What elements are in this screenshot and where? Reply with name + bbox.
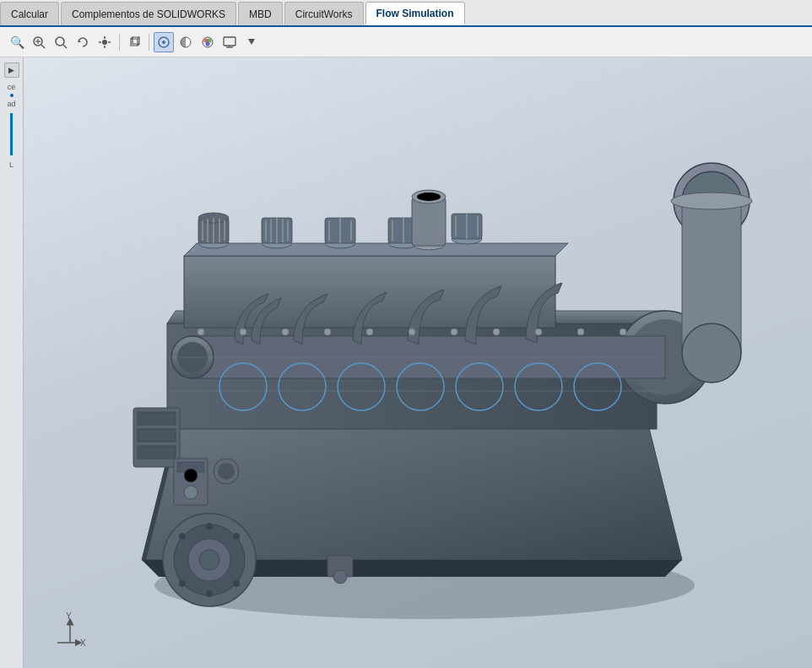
svg-point-103 (184, 469, 198, 482)
svg-point-119 (620, 329, 626, 335)
svg-point-86 (417, 193, 441, 201)
tab-complementos[interactable]: Complementos de SOLIDWORKS (61, 2, 236, 25)
svg-rect-90 (138, 446, 176, 459)
tab-circuitworks[interactable]: CircuitWorks (284, 2, 364, 25)
svg-marker-27 (248, 39, 255, 45)
svg-point-117 (535, 329, 542, 335)
dropdown-arrow-icon[interactable] (241, 32, 262, 52)
toolbar-separator-2 (149, 34, 149, 51)
svg-point-98 (206, 590, 213, 597)
svg-rect-88 (138, 412, 176, 425)
svg-point-108 (333, 570, 347, 584)
svg-point-116 (493, 329, 500, 335)
svg-point-94 (199, 550, 219, 570)
svg-point-7 (102, 40, 107, 45)
svg-rect-84 (412, 197, 446, 246)
svg-text:X: X (80, 638, 86, 648)
svg-point-106 (218, 463, 235, 480)
svg-point-118 (577, 329, 584, 335)
toolbar-separator-1 (119, 34, 120, 51)
view-cube-icon[interactable] (124, 32, 144, 52)
svg-point-104 (184, 486, 198, 499)
search-icon[interactable]: 🔍 (7, 32, 27, 52)
main-area: ▶ ce ad L (0, 57, 812, 668)
svg-point-95 (206, 523, 213, 530)
tab-calcular[interactable]: Calcular (0, 2, 59, 25)
tab-flow-simulation[interactable]: Flow Simulation (365, 2, 465, 25)
shading-mode-icon[interactable] (176, 32, 196, 52)
left-panel-indicator (10, 113, 13, 155)
svg-rect-89 (138, 429, 176, 442)
left-panel-mark-1 (10, 94, 14, 97)
svg-point-113 (366, 329, 373, 335)
display-settings-icon[interactable] (219, 32, 240, 52)
render-colors-icon[interactable] (198, 32, 218, 52)
svg-point-81 (682, 323, 741, 383)
svg-point-100 (179, 533, 186, 540)
zoom-rotate-icon[interactable] (73, 32, 93, 52)
svg-point-114 (409, 329, 415, 335)
tab-mbd[interactable]: MBD (238, 2, 283, 25)
svg-point-23 (206, 41, 210, 46)
left-panel-button-top[interactable]: ▶ (4, 62, 19, 78)
svg-point-19 (181, 37, 191, 47)
svg-point-97 (233, 580, 240, 587)
axis-indicator: X Y (49, 609, 83, 643)
svg-line-5 (63, 45, 67, 48)
svg-point-96 (233, 533, 240, 540)
tab-bar: Calcular Complementos de SOLIDWORKS MBD … (0, 0, 812, 27)
svg-point-112 (324, 329, 331, 335)
svg-line-1 (41, 45, 45, 48)
toolbar: 🔍 (0, 27, 812, 57)
left-panel-label-l: L (9, 160, 14, 169)
svg-rect-24 (224, 37, 235, 46)
view-orientation-icon[interactable] (154, 32, 174, 52)
svg-point-115 (451, 329, 457, 335)
svg-point-82 (671, 193, 752, 209)
svg-point-110 (240, 329, 246, 335)
left-panel-label-ce: ce (8, 83, 16, 91)
svg-marker-35 (184, 243, 568, 256)
svg-point-99 (179, 580, 186, 587)
zoom-fit-icon[interactable] (51, 32, 71, 52)
svg-point-18 (162, 41, 165, 44)
engine-model (74, 83, 775, 657)
svg-marker-12 (131, 39, 138, 46)
pan-icon[interactable] (95, 32, 115, 52)
svg-point-4 (56, 37, 64, 46)
svg-point-111 (282, 329, 289, 335)
svg-point-109 (198, 329, 204, 335)
viewport[interactable]: X Y (24, 57, 812, 668)
left-panel-label-ad: ad (7, 100, 15, 108)
left-panel: ▶ ce ad L (0, 57, 24, 668)
svg-text:Y: Y (66, 611, 72, 621)
zoom-area-icon[interactable] (29, 32, 49, 52)
